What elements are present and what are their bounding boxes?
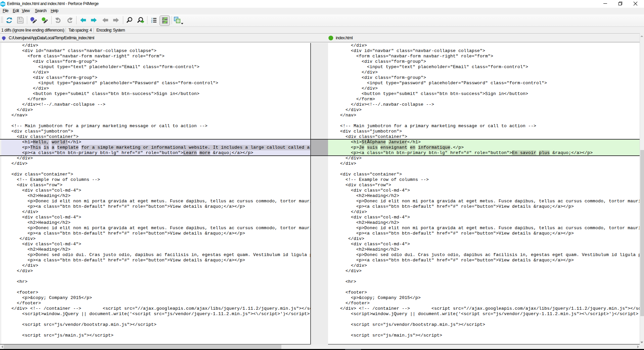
svg-text:3: 3 (151, 21, 152, 23)
